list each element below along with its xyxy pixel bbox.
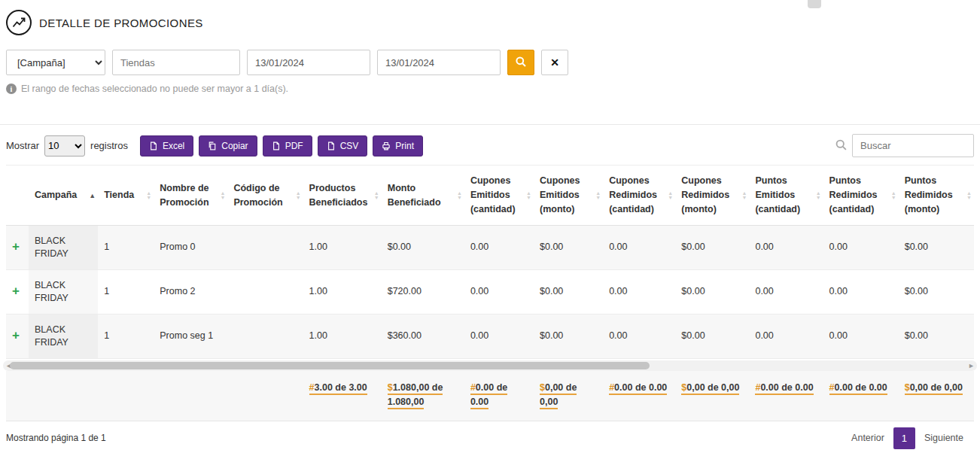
cell-points-redeemed-qty: 0.00 [823, 315, 899, 359]
search-button[interactable] [507, 50, 534, 75]
cell-campaign: BLACK FRIDAY [29, 315, 98, 359]
promotions-chart-icon [6, 10, 32, 35]
col-header-promo-code[interactable]: Código de Promoción ▲▼ [227, 166, 303, 226]
csv-button[interactable]: CSV [318, 135, 368, 157]
date-from-input[interactable] [247, 50, 370, 75]
clear-filters-button[interactable]: ✕ [541, 50, 568, 75]
cell-coupons-issued-qty: 0.00 [464, 226, 534, 270]
close-icon: ✕ [550, 56, 559, 68]
expand-row-button[interactable]: + [12, 284, 20, 298]
col-header-store[interactable]: Tienda ▲▼ [98, 166, 154, 226]
cell-promo-code [227, 270, 303, 315]
col-header-coupons-redeemed-qty[interactable]: Cupones Redimidos (cantidad) ▲▼ [603, 166, 675, 226]
pdf-button[interactable]: PDF [263, 135, 312, 157]
pdf-file-icon [272, 141, 281, 150]
cell-coupons-redeemed-qty: 0.00 [603, 315, 675, 359]
horizontal-scrollbar[interactable]: ◄ ► [3, 360, 977, 371]
cell-promo-name: Promo seg 1 [154, 315, 227, 359]
cell-points-redeemed-amt: $0.00 [899, 226, 974, 270]
table-search-input[interactable] [852, 134, 974, 157]
cell-coupons-redeemed-amt: $0.00 [675, 315, 749, 359]
info-text: El rango de fechas seleccionado no puede… [21, 84, 288, 94]
total-points-redeemed-amt: $0,00 de 0,00 [899, 371, 974, 421]
scroll-right-arrow[interactable]: ► [968, 361, 975, 370]
cell-coupons-issued-amt: $0.00 [534, 270, 603, 315]
pagination: Anterior 1 Siguiente [851, 427, 974, 449]
sort-icons[interactable]: ▲▼ [220, 190, 225, 200]
cell-campaign: BLACK FRIDAY [29, 226, 98, 270]
sort-icons[interactable]: ▲▼ [457, 190, 462, 200]
sort-icons[interactable]: ▲▼ [668, 190, 673, 200]
expand-row-button[interactable]: + [12, 328, 20, 342]
showing-page-info: Mostrando página 1 de 1 [6, 433, 106, 443]
copy-icon [208, 141, 217, 150]
cell-products: 1.00 [303, 270, 382, 315]
cell-points-issued-qty: 0.00 [749, 270, 823, 315]
date-to-input[interactable] [377, 50, 501, 75]
col-header-coupons-issued-qty[interactable]: Cupones Emitidos (cantidad) ▲▼ [464, 166, 534, 226]
col-header-points-issued-qty[interactable]: Puntos Emitidos (cantidad) ▲▼ [749, 166, 823, 226]
page-header: DETALLE DE PROMOCIONES [0, 0, 980, 40]
cell-products: 1.00 [303, 226, 382, 270]
printer-icon [382, 141, 391, 150]
page-size-select[interactable]: 10 [44, 135, 85, 157]
sort-asc-icon[interactable]: ▲ [89, 192, 96, 199]
sort-icons[interactable]: ▲▼ [374, 190, 379, 200]
total-coupons-issued-amt: $0,00 de 0,00 [534, 371, 603, 421]
sort-icons[interactable]: ▲▼ [742, 190, 747, 200]
cell-promo-code [227, 226, 303, 270]
total-coupons-issued-qty: #0.00 de 0.00 [464, 371, 534, 421]
cell-points-issued-qty: 0.00 [749, 315, 823, 359]
sort-icons[interactable]: ▲▼ [816, 190, 821, 200]
col-header-campaign[interactable]: Campaña ▲ [29, 166, 98, 226]
scrollbar-thumb[interactable] [10, 362, 650, 369]
magnifier-icon [515, 56, 527, 70]
table-toolbar: Mostrar 10 registros Excel Copiar PDF [6, 134, 974, 157]
cell-amount: $0.00 [382, 226, 464, 270]
print-button[interactable]: Print [373, 135, 423, 157]
date-range-note: i El rango de fechas seleccionado no pue… [6, 84, 974, 94]
copy-button[interactable]: Copiar [199, 135, 257, 157]
sort-icons[interactable]: ▲▼ [526, 190, 531, 200]
cell-promo-name: Promo 2 [154, 270, 227, 315]
cell-coupons-issued-amt: $0.00 [534, 226, 603, 270]
total-points-redeemed-qty: #0.00 de 0.00 [823, 371, 899, 421]
col-header-products[interactable]: Productos Beneficiados ▲▼ [303, 166, 382, 226]
sort-icons[interactable]: ▲▼ [146, 190, 151, 200]
expand-column-header [6, 166, 29, 226]
table-search [835, 134, 974, 157]
total-amount: $1.080,00 de 1.080,00 [382, 371, 464, 421]
pagination-prev[interactable]: Anterior [851, 433, 884, 443]
col-header-points-redeemed-amt[interactable]: Puntos Redimidos (monto) ▲▼ [899, 166, 974, 226]
cell-coupons-redeemed-amt: $0.00 [675, 270, 749, 315]
cell-campaign: BLACK FRIDAY [29, 270, 98, 315]
cell-promo-name: Promo 0 [154, 226, 227, 270]
expand-row-button[interactable]: + [12, 239, 20, 254]
pagination-current-page[interactable]: 1 [893, 427, 915, 449]
col-header-promo-name[interactable]: Nombre de Promoción ▲▼ [154, 166, 227, 226]
cell-points-issued-qty: 0.00 [749, 226, 823, 270]
total-points-issued-qty: #0.00 de 0.00 [749, 371, 823, 421]
col-header-coupons-issued-amt[interactable]: Cupones Emitidos (monto) ▲▼ [534, 166, 603, 226]
excel-button[interactable]: Excel [140, 135, 193, 157]
campaign-select[interactable]: [Campaña] [6, 50, 105, 75]
col-header-amount[interactable]: Monto Beneficiado ▲▼ [382, 166, 464, 226]
cell-points-redeemed-amt: $0.00 [899, 315, 974, 359]
export-buttons: Excel Copiar PDF CSV Print [140, 135, 423, 157]
excel-file-icon [149, 141, 158, 150]
csv-file-icon [327, 141, 336, 150]
total-products: #3.00 de 3.00 [303, 371, 382, 421]
sort-icons[interactable]: ▲▼ [296, 190, 301, 200]
page-title: DETALLE DE PROMOCIONES [39, 17, 203, 29]
stores-input[interactable] [112, 50, 240, 75]
col-header-coupons-redeemed-amt[interactable]: Cupones Redimidos (monto) ▲▼ [675, 166, 749, 226]
sort-icons[interactable]: ▲▼ [966, 190, 972, 200]
pagination-next[interactable]: Siguiente [924, 433, 963, 443]
col-header-points-redeemed-qty[interactable]: Puntos Redimidos (cantidad) ▲▼ [823, 166, 899, 226]
cell-amount: $360.00 [382, 315, 464, 359]
bottom-bar: Mostrando página 1 de 1 Anterior 1 Sigui… [6, 427, 974, 449]
sort-icons[interactable]: ▲▼ [891, 190, 896, 200]
total-coupons-redeemed-amt: $0,00 de 0,00 [675, 371, 749, 421]
sort-icons[interactable]: ▲▼ [595, 190, 601, 200]
total-coupons-redeemed-qty: #0.00 de 0.00 [603, 371, 675, 421]
